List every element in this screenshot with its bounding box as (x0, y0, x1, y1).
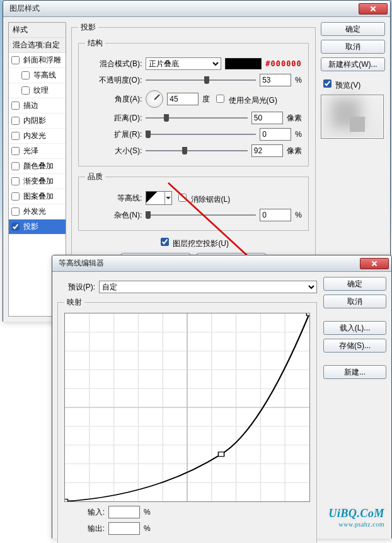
style-item-pattern-overlay[interactable]: 图案叠加 (9, 189, 66, 204)
style-check[interactable] (21, 86, 30, 95)
knockout-wrap[interactable]: 图层挖空投影(U) (158, 236, 229, 249)
style-check[interactable] (11, 177, 20, 185)
watermark: UiBQ.CoM www.psahz.com (328, 507, 384, 528)
new-button[interactable]: 新建... (323, 365, 386, 379)
global-light-checkbox[interactable] (216, 95, 224, 103)
pct-unit: % (295, 130, 302, 139)
style-item-drop-shadow[interactable]: 投影 (9, 219, 66, 235)
contour-editor-title: 等高线编辑器 (59, 258, 359, 269)
panel-fieldset: 投影 结构 混合模式(B): 正片叠底 #000000 不透明度(O): (71, 22, 316, 276)
ok-button[interactable]: 确定 (323, 277, 386, 291)
close-icon[interactable] (359, 3, 388, 15)
contour-picker[interactable] (146, 191, 172, 205)
cancel-button[interactable]: 取消 (323, 295, 386, 308)
angle-unit: 度 (202, 94, 210, 105)
contour-side-buttons: 确定 取消 载入(L)... 存储(S)... 新建... (323, 277, 386, 534)
preview-thumbnail (321, 95, 384, 139)
spread-input[interactable] (260, 128, 291, 141)
curve-canvas[interactable] (64, 313, 310, 502)
px-unit: 像素 (287, 146, 302, 156)
contour-label: 等高线: (85, 193, 142, 204)
style-check[interactable] (21, 71, 30, 79)
opacity-slider[interactable] (146, 74, 256, 86)
noise-input[interactable] (260, 209, 291, 221)
style-item-stroke[interactable]: 描边 (9, 98, 66, 114)
shadow-color-hex: #000000 (265, 59, 302, 68)
contour-editor-titlebar[interactable]: 等高线编辑器 (52, 255, 391, 272)
opacity-label: 不透明度(O): (85, 75, 142, 86)
structure-group: 结构 混合模式(B): 正片叠底 #000000 不透明度(O): % (78, 38, 309, 166)
chevron-down-icon[interactable] (164, 192, 171, 204)
structure-legend: 结构 (85, 38, 105, 49)
preview-check-wrap[interactable]: 预览(V) (321, 78, 385, 91)
save-button[interactable]: 存储(S)... (323, 339, 386, 353)
style-item-bevel[interactable]: 斜面和浮雕 (9, 53, 66, 68)
size-slider[interactable] (146, 145, 248, 156)
angle-dial[interactable] (146, 90, 163, 108)
style-item-color-overlay[interactable]: 颜色叠加 (9, 159, 66, 174)
style-check[interactable] (11, 132, 20, 140)
spread-label: 扩展(R): (85, 129, 142, 140)
size-input[interactable] (251, 144, 283, 157)
curve-output-field[interactable] (108, 522, 140, 535)
quality-legend: 品质 (85, 172, 105, 182)
blend-options-row[interactable]: 混合选项:自定 (9, 38, 66, 53)
angle-label: 角度(A): (85, 94, 142, 105)
style-check[interactable] (11, 117, 20, 125)
shadow-color-swatch[interactable] (225, 58, 262, 69)
spread-slider[interactable] (146, 129, 256, 140)
panel-title: 投影 (78, 22, 98, 33)
mapping-legend: 映射 (64, 297, 84, 308)
style-item-inner-shadow[interactable]: 内阴影 (9, 114, 66, 129)
style-check[interactable] (11, 162, 20, 170)
preview-checkbox[interactable] (323, 79, 331, 88)
style-check[interactable] (11, 56, 20, 64)
svg-rect-21 (65, 499, 68, 501)
style-item-gradient-overlay[interactable]: 渐变叠加 (9, 174, 66, 189)
load-button[interactable]: 载入(L)... (323, 321, 386, 335)
style-item-satin[interactable]: 光泽 (9, 144, 66, 159)
size-label: 大小(S): (85, 146, 142, 156)
pct-unit: % (295, 76, 302, 85)
style-item-contour[interactable]: 等高线 (9, 68, 66, 83)
styles-header[interactable]: 样式 (9, 23, 66, 38)
distance-slider[interactable] (146, 112, 248, 124)
angle-input[interactable] (167, 93, 199, 105)
opacity-input[interactable] (260, 74, 291, 86)
style-item-inner-glow[interactable]: 内发光 (9, 129, 66, 144)
global-light-check-wrap[interactable]: 使用全局光(G) (214, 93, 277, 106)
layer-style-titlebar[interactable]: 图层样式 (3, 1, 390, 17)
cancel-button[interactable]: 取消 (321, 40, 385, 54)
style-item-texture[interactable]: 纹理 (9, 83, 66, 98)
style-check[interactable] (11, 207, 20, 216)
distance-input[interactable] (251, 112, 283, 124)
input-label: 输入: (64, 507, 105, 518)
antialias-wrap[interactable]: 消除锯齿(L) (176, 192, 230, 205)
mapping-group: 映射 (57, 297, 317, 543)
style-check[interactable] (11, 192, 20, 201)
curve-input-field[interactable] (108, 506, 140, 518)
pct-unit: % (144, 524, 151, 533)
pct-unit: % (295, 211, 302, 219)
style-check[interactable] (11, 223, 20, 231)
knockout-checkbox[interactable] (161, 238, 169, 246)
new-style-button[interactable]: 新建样式(W)... (321, 57, 385, 71)
contour-editor-dialog: 等高线编辑器 预设(P): 自定 映射 (52, 255, 392, 539)
quality-group: 品质 等高线: 消除锯齿(L) 杂色(N): % (78, 172, 309, 231)
close-icon[interactable] (360, 258, 389, 269)
style-check[interactable] (11, 147, 20, 155)
px-unit: 像素 (287, 113, 302, 124)
blend-mode-select[interactable]: 正片叠底 (146, 57, 221, 70)
antialias-checkbox[interactable] (178, 194, 187, 202)
layer-style-title: 图层样式 (9, 3, 357, 14)
pct-unit: % (144, 508, 151, 517)
noise-slider[interactable] (146, 209, 256, 221)
style-check[interactable] (11, 102, 20, 110)
style-item-outer-glow[interactable]: 外发光 (9, 204, 66, 219)
svg-rect-23 (306, 313, 309, 316)
svg-rect-22 (218, 452, 224, 457)
preset-select[interactable]: 自定 (99, 281, 317, 293)
output-label: 输出: (64, 523, 105, 534)
ok-button[interactable]: 确定 (321, 22, 385, 36)
distance-label: 距离(D): (85, 113, 142, 124)
